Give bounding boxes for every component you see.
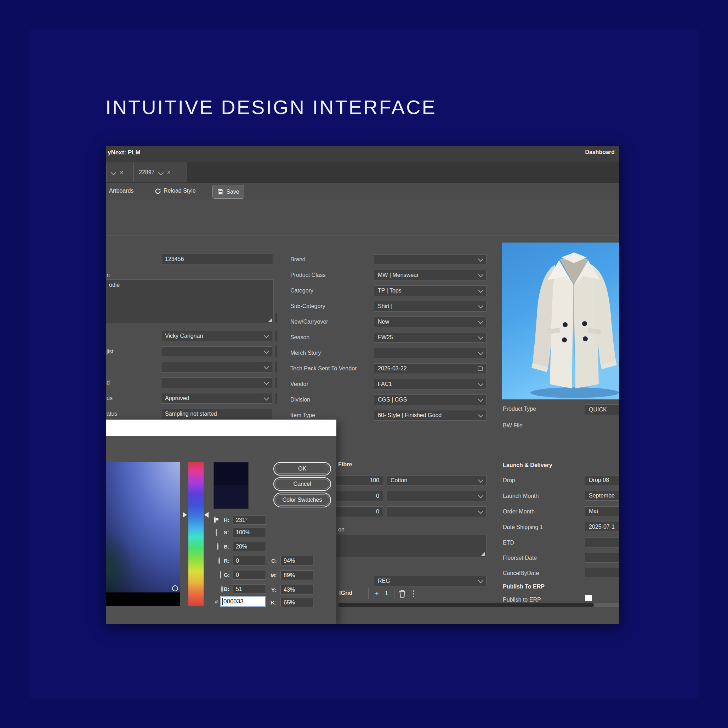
left-select-4[interactable] <box>161 378 272 388</box>
radio-g[interactable] <box>220 571 221 578</box>
text-cursor <box>222 598 223 605</box>
season-select[interactable]: FW25 <box>374 332 486 343</box>
label-bw-file: BW File <box>503 422 523 429</box>
status-select[interactable]: Approved <box>161 393 272 404</box>
tab-previous[interactable]: × <box>106 162 133 182</box>
chevron-down-icon[interactable] <box>158 170 164 175</box>
s-input[interactable]: 100% <box>232 528 266 537</box>
radio-r[interactable] <box>219 557 220 564</box>
publish-erp-checkbox[interactable] <box>585 595 592 601</box>
tech-pack-date-input[interactable]: 2025-03-22 <box>374 363 486 374</box>
divider <box>382 590 382 597</box>
launch-month-select[interactable]: Septembe <box>585 491 619 501</box>
scrollbar-fragment[interactable] <box>275 362 277 373</box>
h-input[interactable]: 231° <box>232 515 266 525</box>
r-input[interactable]: 0 <box>232 556 266 566</box>
date-shipping-1-input[interactable]: 2025-07-1 <box>585 522 619 532</box>
label-m: M: <box>271 572 277 578</box>
brightness-input[interactable]: 20% <box>232 542 266 551</box>
launch-month-value: Septembe <box>589 492 615 499</box>
product-class-select[interactable]: MW | Menswear <box>374 270 486 280</box>
item-type-select[interactable]: 60- Style | Finished Good <box>374 410 486 421</box>
y-input[interactable]: 43% <box>280 585 314 595</box>
radio-b-blue[interactable] <box>221 585 223 593</box>
season-value: FW25 <box>378 334 477 341</box>
artboards-button[interactable]: Artboards <box>109 188 133 194</box>
window-titlebar: yNext: PLM Dashboard <box>106 146 619 162</box>
fibre-pct-input-1[interactable]: 100 <box>333 475 383 486</box>
division-select[interactable]: CGS | CGS <box>374 395 486 405</box>
c-input[interactable]: 94% <box>280 556 314 566</box>
kebab-menu-icon[interactable] <box>413 589 414 599</box>
dashboard-link[interactable]: Dashboard <box>585 149 615 156</box>
merch-story-select[interactable] <box>374 348 486 358</box>
fibre-pct-input-2[interactable]: 0 <box>333 491 383 502</box>
dialog-titlebar[interactable] <box>106 420 336 436</box>
left-select-3[interactable] <box>161 362 272 373</box>
resize-handle-icon[interactable] <box>268 318 272 322</box>
owner-select[interactable]: Vicky Carignan <box>161 331 272 341</box>
style-number-input[interactable]: 123456 <box>161 253 273 265</box>
hue-slider-left-arrow-icon[interactable] <box>183 512 187 518</box>
new-carryover-select[interactable]: New <box>374 317 486 327</box>
fit-select[interactable]: REG <box>374 576 486 586</box>
color-field-marker[interactable] <box>172 585 178 591</box>
reload-style-button[interactable]: Reload Style <box>164 188 196 194</box>
color-swatches-button[interactable]: Color Swatches <box>273 492 331 508</box>
g-input[interactable]: 0 <box>232 570 266 580</box>
radio-b-brightness[interactable] <box>217 543 219 550</box>
radio-h[interactable] <box>214 516 216 524</box>
reload-icon[interactable] <box>154 188 161 195</box>
cancel-by-date-input[interactable] <box>585 568 619 578</box>
vendor-select[interactable]: FAC1 <box>374 379 486 390</box>
hex-input[interactable]: 000033 <box>220 596 266 607</box>
sample-status-input[interactable]: Sampling not started <box>161 408 272 419</box>
chevron-down-icon <box>264 332 269 338</box>
drop-select[interactable]: Drop 08 <box>585 475 619 485</box>
product-type-input[interactable]: QUICK <box>585 404 619 415</box>
description-textarea[interactable]: odie <box>106 279 274 323</box>
tab-22897[interactable]: 22897 × <box>133 162 187 182</box>
chevron-down-icon[interactable] <box>111 170 116 175</box>
grid-add-row-control[interactable]: + 1 <box>368 588 395 599</box>
calendar-icon[interactable] <box>478 367 483 371</box>
cancel-button[interactable]: Cancel <box>273 477 331 491</box>
category-select[interactable]: TP | Tops <box>374 285 486 296</box>
close-icon[interactable]: × <box>120 169 124 176</box>
order-month-select[interactable]: Mai <box>585 506 619 516</box>
fit-value: REG <box>378 578 477 584</box>
save-button[interactable]: Save <box>213 185 244 199</box>
label-tech-pack-sent: Tech Pack Sent To Vendor <box>291 366 356 372</box>
sub-category-select[interactable]: Shirt | <box>374 301 486 312</box>
radio-s[interactable] <box>216 529 217 536</box>
scrollbar-fragment[interactable] <box>275 313 277 323</box>
horizontal-scrollbar-track[interactable] <box>594 603 619 607</box>
k-input[interactable]: 65% <box>280 598 314 607</box>
blue-input[interactable]: 51 <box>232 584 266 594</box>
hue-slider-right-arrow-icon[interactable] <box>204 512 208 518</box>
scrollbar-fragment[interactable] <box>275 393 277 404</box>
fibre-select-3[interactable] <box>387 506 486 517</box>
label-r: R: <box>224 558 229 564</box>
plus-icon[interactable]: + <box>375 590 379 598</box>
chevron-down-icon <box>478 287 484 293</box>
fibre-select-1[interactable]: Cotton <box>387 475 486 486</box>
scrollbar-fragment[interactable] <box>275 331 277 341</box>
etd-input[interactable] <box>585 537 619 548</box>
resize-handle-icon[interactable] <box>481 552 485 556</box>
fibre-select-2[interactable] <box>387 491 486 502</box>
floorset-date-input[interactable] <box>585 553 619 563</box>
brand-select[interactable] <box>374 254 486 265</box>
m-input[interactable]: 89% <box>280 570 314 580</box>
scrollbar-fragment[interactable] <box>275 378 277 388</box>
color-field[interactable] <box>106 462 180 606</box>
close-icon[interactable]: × <box>167 169 171 176</box>
fibre-description-textarea[interactable] <box>333 535 486 557</box>
ok-button[interactable]: OK <box>273 462 331 476</box>
horizontal-scrollbar-thumb[interactable] <box>338 603 594 607</box>
fibre-pct-input-3[interactable]: 0 <box>333 506 383 517</box>
trash-icon[interactable] <box>398 589 407 598</box>
hue-slider[interactable] <box>188 462 203 606</box>
left-select-2[interactable] <box>161 346 272 357</box>
scrollbar-fragment[interactable] <box>275 346 277 357</box>
